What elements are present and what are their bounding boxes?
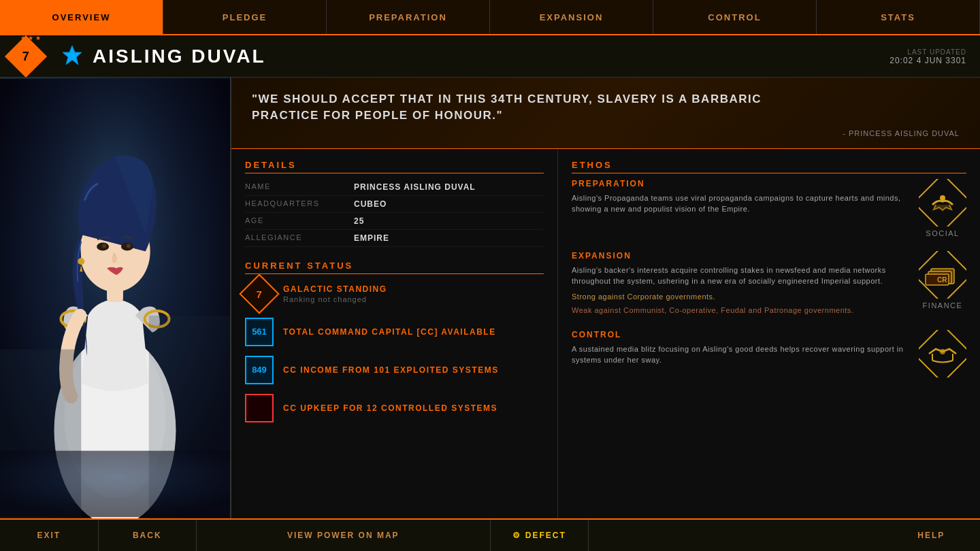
back-button[interactable]: BACK xyxy=(99,520,197,551)
left-info-panel: DETAILS NAME PRINCESS AISLING DUVAL HEAD… xyxy=(231,149,558,518)
cc-label: TOTAL COMMAND CAPITAL [CC] AVAILABLE xyxy=(283,327,496,337)
ethos-icon-finance: CR FINANCE xyxy=(919,251,966,310)
ethos-expansion-strengths: Strong against Corporate governments. xyxy=(572,291,911,303)
detail-row-hq: HEADQUARTERS CUBEO xyxy=(245,196,544,213)
ethos-control-title: CONTROL xyxy=(572,330,911,339)
ethos-expansion-text: Aisling's backer's interests acquire con… xyxy=(572,265,911,287)
portrait-panel xyxy=(0,78,231,518)
rank-status-badge: 7 xyxy=(239,273,279,314)
status-item-income: 849 CC INCOME FROM 101 EXPLOITED SYSTEMS xyxy=(245,356,544,384)
ethos-preparation-text: Aisling's Propaganda teams use viral pro… xyxy=(572,193,911,215)
detail-row-name: NAME PRINCESS AISLING DUVAL xyxy=(245,179,544,196)
detail-label-age: AGE xyxy=(245,216,354,226)
current-status-title: CURRENT STATUS xyxy=(245,261,544,274)
tab-pledge[interactable]: PLEDGE xyxy=(163,0,327,34)
upkeep-badge xyxy=(245,394,274,422)
ethos-section-expansion: EXPANSION Aisling's backer's interests a… xyxy=(572,251,966,316)
header: ★ ★ ★ 7 AISLING DUVAL LAST UPDATED 20:02… xyxy=(0,35,980,78)
quote-section: "WE SHOULD ACCEPT THAT IN THIS 34TH CENT… xyxy=(231,78,980,149)
ethos-section-control: CONTROL A sustained media blitz focusing… xyxy=(572,330,966,378)
ethos-expansion-weaknesses: Weak against Communist, Co-operative, Fe… xyxy=(572,305,911,316)
status-item-rank: 7 GALACTIC STANDING Ranking not changed xyxy=(245,280,544,308)
rank-number: 7 xyxy=(22,49,29,63)
ethos-text-expansion: EXPANSION Aisling's backer's interests a… xyxy=(572,251,911,316)
detail-value-name: PRINCESS AISLING DUVAL xyxy=(354,182,476,192)
commander-name: AISLING DUVAL xyxy=(93,46,266,67)
ethos-title: ETHOS xyxy=(572,160,966,173)
exit-button[interactable]: EXIT xyxy=(0,520,99,551)
svg-point-13 xyxy=(78,258,84,265)
detail-label-allegiance: ALLEGIANCE xyxy=(245,233,354,243)
svg-point-18 xyxy=(940,195,945,201)
ethos-icon-handshake2 xyxy=(919,330,966,378)
ethos-row-expansion: EXPANSION Aisling's backer's interests a… xyxy=(572,251,966,316)
tab-overview[interactable]: OVERVIEW xyxy=(0,0,163,34)
ethos-expansion-title: EXPANSION xyxy=(572,251,911,261)
ethos-icon-control xyxy=(919,330,966,378)
portrait-bg xyxy=(0,78,230,518)
view-power-button[interactable]: VIEW POWER ON MAP xyxy=(197,520,491,551)
details-title: DETAILS xyxy=(245,160,544,173)
detail-row-age: AGE 25 xyxy=(245,213,544,230)
svg-point-11 xyxy=(102,244,106,248)
info-row: DETAILS NAME PRINCESS AISLING DUVAL HEAD… xyxy=(231,149,980,518)
income-label: CC INCOME FROM 101 EXPLOITED SYSTEMS xyxy=(283,365,499,375)
ethos-control-text: A sustained media blitz focusing on Aisl… xyxy=(572,344,911,366)
ethos-section-preparation: PREPARATION Aisling's Propaganda teams u… xyxy=(572,179,966,237)
defect-label: DEFECT xyxy=(525,531,566,540)
detail-value-hq: CUBEO xyxy=(354,199,387,209)
ethos-row-control: CONTROL A sustained media blitz focusing… xyxy=(572,330,966,378)
svg-marker-0 xyxy=(63,46,82,65)
last-updated-label: LAST UPDATED xyxy=(889,48,966,55)
rank-sublabel: Ranking not changed xyxy=(283,295,387,303)
defect-icon: ⚙ xyxy=(512,531,521,540)
income-value: 849 xyxy=(252,365,267,375)
top-nav: OVERVIEW PLEDGE PREPARATION EXPANSION CO… xyxy=(0,0,980,35)
rank-status-text: GALACTIC STANDING Ranking not changed xyxy=(283,284,387,303)
right-panel: "WE SHOULD ACCEPT THAT IN THIS 34TH CENT… xyxy=(231,78,980,518)
cc-badge: 561 xyxy=(245,318,274,346)
upkeep-label: CC UPKEEP FOR 12 CONTROLLED SYSTEMS xyxy=(283,403,497,413)
quote-attribution: - PRINCESS AISLING DUVAL xyxy=(252,129,960,137)
ethos-text-control: CONTROL A sustained media blitz focusing… xyxy=(572,330,911,366)
ethos-preparation-title: PREPARATION xyxy=(572,179,911,188)
ethos-text-preparation: PREPARATION Aisling's Propaganda teams u… xyxy=(572,179,911,215)
help-button[interactable]: HELP xyxy=(883,520,981,551)
defect-button[interactable]: ⚙ DEFECT xyxy=(491,520,589,551)
ethos-social-label: SOCIAL xyxy=(926,229,959,237)
ethos-icon-preparation: SOCIAL xyxy=(919,179,966,237)
bottom-bar: EXIT BACK VIEW POWER ON MAP ⚙ DEFECT HEL… xyxy=(0,518,980,551)
ethos-icon-money: CR xyxy=(919,251,966,299)
svg-text:CR: CR xyxy=(937,276,947,284)
cc-value: 561 xyxy=(252,327,267,337)
last-updated: LAST UPDATED 20:02 4 JUN 3301 xyxy=(889,48,966,65)
details-table: NAME PRINCESS AISLING DUVAL HEADQUARTERS… xyxy=(245,179,544,247)
income-badge: 849 xyxy=(245,356,274,384)
last-updated-value: 20:02 4 JUN 3301 xyxy=(889,55,966,65)
tab-expansion[interactable]: EXPANSION xyxy=(490,0,653,34)
commander-icon xyxy=(60,44,84,69)
character-portrait xyxy=(0,78,230,518)
rank-label: GALACTIC STANDING xyxy=(283,284,387,294)
detail-value-allegiance: EMPIRE xyxy=(354,233,389,243)
svg-rect-17 xyxy=(919,179,966,227)
tab-preparation[interactable]: PREPARATION xyxy=(327,0,490,34)
ethos-finance-label: FINANCE xyxy=(923,301,963,310)
quote-text: "WE SHOULD ACCEPT THAT IN THIS 34TH CENT… xyxy=(252,91,810,124)
tab-control[interactable]: CONTROL xyxy=(653,0,817,34)
detail-value-age: 25 xyxy=(354,216,364,226)
svg-rect-16 xyxy=(0,451,230,517)
svg-point-25 xyxy=(940,349,945,354)
detail-row-allegiance: ALLEGIANCE EMPIRE xyxy=(245,230,544,247)
ethos-row-preparation: PREPARATION Aisling's Propaganda teams u… xyxy=(572,179,966,237)
svg-point-12 xyxy=(127,244,131,248)
rank-status-value: 7 xyxy=(257,288,262,299)
rank-badge: 7 xyxy=(5,35,47,77)
tab-stats[interactable]: STATS xyxy=(817,0,980,34)
ethos-icon-social xyxy=(919,179,966,227)
status-item-upkeep: CC UPKEEP FOR 12 CONTROLLED SYSTEMS xyxy=(245,394,544,422)
rank-wrapper: ★ ★ ★ 7 xyxy=(11,41,50,71)
detail-label-name: NAME xyxy=(245,182,354,192)
ethos-panel: ETHOS PREPARATION Aisling's Propaganda t… xyxy=(558,149,980,518)
status-item-cc: 561 TOTAL COMMAND CAPITAL [CC] AVAILABLE xyxy=(245,318,544,346)
